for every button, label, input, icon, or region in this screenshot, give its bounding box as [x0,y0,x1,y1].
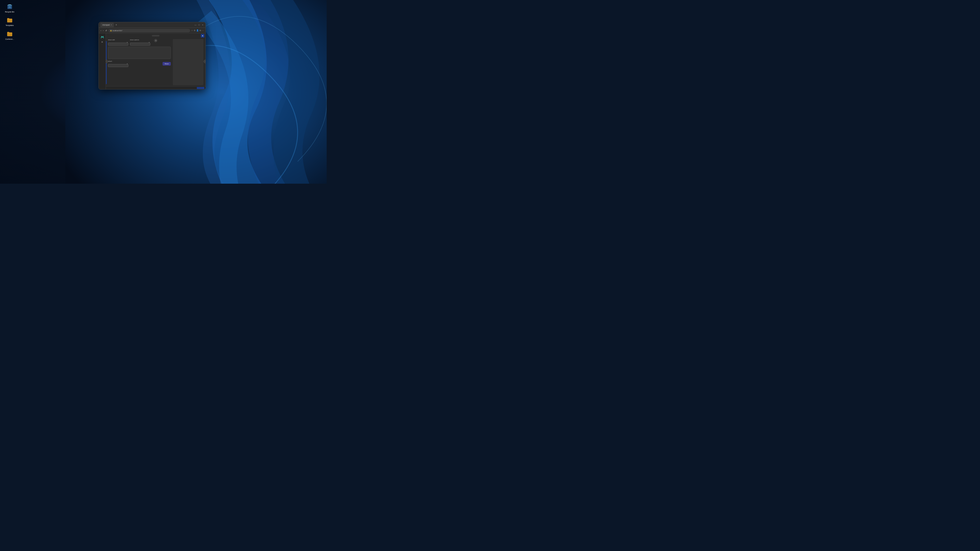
share-options-section: share options [130,39,150,46]
nav-right-button[interactable]: › [204,60,205,63]
browser-titlebar: micropad × + — □ × [99,22,205,28]
share-area: share with share options [106,38,205,86]
form-bottom-row: attach Share [108,60,171,67]
maximize-button[interactable]: □ [198,24,200,26]
app-sidebar: ≡ [99,33,106,89]
new-tab-button[interactable]: + [115,24,118,26]
attach-label: attach [108,60,128,62]
topbar-action-button[interactable]: ■ [201,34,204,38]
share-with-section: share with [108,39,128,46]
share-form-left: share with share options [108,39,171,85]
conference-label: Conferen... [5,38,14,40]
share-options-select[interactable] [130,43,150,46]
app-topbar: ■ [106,33,205,38]
desktop-icon-conference[interactable]: Conferen... [2,30,18,40]
browser-tab-micropad[interactable]: micropad × [100,23,114,27]
attach-select-wrapper [108,62,128,67]
settings-icon[interactable]: ⚙ [194,29,196,32]
desktop-icon-templates[interactable]: Templates [2,17,18,27]
share-options-select-wrapper [130,41,150,46]
browser-addressbar: ‹ › ↺ 🔒 localhost:5217 ☆ ⚙ 👤 ⧉ ⋯ [99,28,205,33]
window-controls: — □ × [194,24,204,26]
extensions-icon[interactable]: ⧉ [200,29,201,32]
address-bar-icons: ☆ ⚙ 👤 ⧉ ⋯ [191,29,204,32]
attach-select[interactable] [108,64,128,67]
address-bar[interactable]: 🔒 localhost:5217 [108,29,190,32]
app-main: ■ ∧ ‹ › [106,33,205,89]
share-with-select[interactable] [108,43,128,46]
desktop: Recycle Bin Templates Conferen... [0,0,327,184]
share-preview-panel [173,39,204,85]
app-logo[interactable] [100,35,104,39]
attach-section: attach [108,60,128,67]
share-options-label: share options [130,39,150,41]
bottom-action-button[interactable] [197,87,204,89]
tab-close-button[interactable]: × [111,24,112,26]
back-button[interactable]: ‹ [100,29,102,32]
tab-bar: micropad × + [100,23,193,27]
form-top-row: share with share options [108,39,171,46]
topbar-right: ■ [201,34,204,38]
sidebar-menu-icon[interactable]: ≡ [102,41,103,43]
templates-folder-icon [6,17,13,24]
forward-button[interactable]: › [103,29,104,32]
up-arrow-icon: ∧ [155,40,156,41]
share-with-select-wrapper [108,41,128,46]
browser-window: micropad × + — □ × ‹ › ↺ 🔒 localhost:521… [99,22,206,89]
share-with-label: share with [108,39,128,41]
menu-icon[interactable]: ⋯ [202,29,204,32]
tab-title: micropad [102,24,110,26]
user-icon[interactable]: 👤 [196,29,199,32]
browser-bottom-bar [106,86,205,89]
minimize-button[interactable]: — [194,24,197,26]
bookmark-icon[interactable]: ☆ [191,29,193,32]
up-arrow-button[interactable]: ∧ [154,39,157,42]
right-arrow-icon: › [205,60,205,62]
left-arrow-icon: ‹ [106,60,106,62]
desktop-icon-recycle-bin[interactable]: Recycle Bin [2,3,18,13]
share-message-textarea[interactable] [108,47,171,59]
refresh-button[interactable]: ↺ [105,29,107,32]
topbar-pill [152,35,159,37]
close-button[interactable]: × [201,24,204,26]
recycle-bin-label: Recycle Bin [5,11,14,13]
templates-label: Templates [6,24,14,27]
conference-folder-icon [6,30,13,38]
recycle-bin-icon [6,3,13,10]
url-display: localhost:5217 [113,30,123,32]
share-submit-button[interactable]: Share [162,62,171,65]
browser-content: ≡ ■ ∧ ‹ [99,33,205,89]
desktop-icons: Recycle Bin Templates Conferen... [0,0,19,43]
